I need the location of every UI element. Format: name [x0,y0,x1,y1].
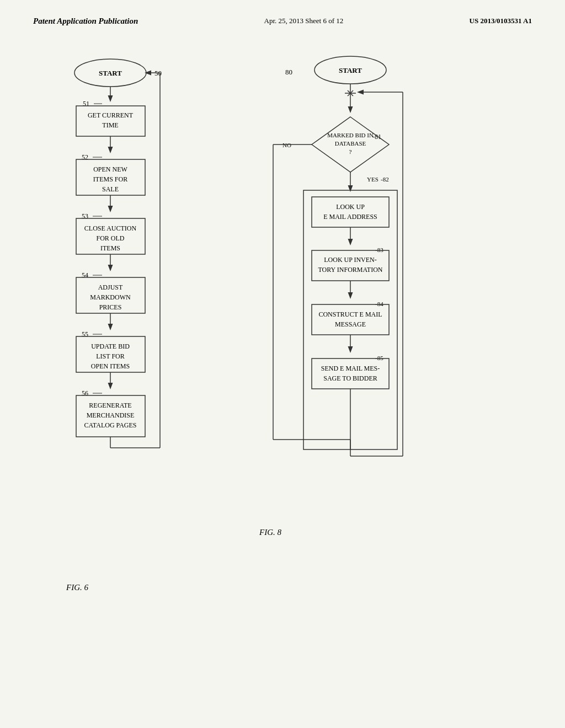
svg-text:START: START [99,69,122,77]
fig6-label: FIG. 6 [66,583,88,592]
svg-text:51: 51 [83,100,89,108]
svg-text:LOOK UP INVEN-: LOOK UP INVEN- [324,256,377,264]
svg-text:MERCHANDISE: MERCHANDISE [87,411,135,419]
svg-text:?: ? [349,148,352,155]
svg-text:80: 80 [285,68,292,76]
svg-text:YES: YES [367,176,379,183]
svg-text:ITEMS: ITEMS [100,244,120,252]
svg-text:SAGE TO BIDDER: SAGE TO BIDDER [323,374,377,382]
svg-text:-82: -82 [381,176,389,183]
fig6-svg: START 50 51 GET CURRENT TIME 52 OPEN NEW [39,53,204,577]
svg-text:MESSAGE: MESSAGE [335,320,366,328]
svg-text:52: 52 [82,153,88,161]
page-header: Patent Application Publication Apr. 25, … [0,0,565,31]
header-right: US 2013/0103531 A1 [470,17,532,25]
svg-text:LIST FOR: LIST FOR [96,352,124,360]
svg-text:UPDATE BID: UPDATE BID [91,342,130,350]
header-center: Apr. 25, 2013 Sheet 6 of 12 [264,17,344,25]
fig8-flowchart: 80 START -81 MARKED BID IN DATABASE ? [243,53,436,592]
svg-rect-73 [312,197,389,227]
main-content: START 50 51 GET CURRENT TIME 52 OPEN NEW [0,31,565,603]
svg-text:SEND E MAIL MES-: SEND E MAIL MES- [321,365,380,372]
header-left: Patent Application Publication [33,17,138,26]
fig6-flowchart: START 50 51 GET CURRENT TIME 52 OPEN NEW [33,53,210,592]
svg-text:-83: -83 [375,247,383,253]
fig8-svg: 80 START -81 MARKED BID IN DATABASE ? [248,53,430,522]
svg-text:FOR OLD: FOR OLD [96,234,124,242]
svg-text:NO: NO [282,142,291,148]
svg-text:SALE: SALE [102,185,119,193]
svg-text:55: 55 [82,330,88,338]
svg-text:REGENERATE: REGENERATE [89,402,131,409]
svg-text:ADJUST: ADJUST [98,283,123,291]
page: Patent Application Publication Apr. 25, … [0,0,565,728]
svg-text:PRICES: PRICES [99,303,122,311]
svg-text:E MAIL ADDRESS: E MAIL ADDRESS [323,213,377,221]
svg-text:GET CURRENT: GET CURRENT [88,111,134,119]
svg-text:54: 54 [82,271,88,279]
svg-rect-88 [312,358,389,389]
svg-text:TIME: TIME [102,121,118,129]
svg-text:53: 53 [82,212,88,220]
svg-text:-84: -84 [375,301,383,307]
svg-text:TORY INFORMATION: TORY INFORMATION [318,266,382,274]
svg-text:LOOK UP: LOOK UP [336,203,365,211]
svg-text:START: START [339,66,362,74]
svg-text:-85: -85 [375,355,383,361]
svg-text:OPEN NEW: OPEN NEW [93,165,127,173]
svg-text:MARKDOWN: MARKDOWN [90,293,131,301]
svg-text:MARKED BID IN: MARKED BID IN [327,132,374,138]
svg-text:ITEMS FOR: ITEMS FOR [93,175,127,183]
fig8-label: FIG. 8 [259,528,281,537]
svg-text:OPEN ITEMS: OPEN ITEMS [91,362,130,370]
svg-text:CLOSE AUCTION: CLOSE AUCTION [84,224,137,232]
svg-text:DATABASE: DATABASE [335,140,366,147]
svg-text:CATALOG PAGES: CATALOG PAGES [84,421,137,429]
svg-rect-83 [312,304,389,335]
svg-text:56: 56 [82,389,88,397]
svg-text:CONSTRUCT E MAIL: CONSTRUCT E MAIL [318,311,382,318]
